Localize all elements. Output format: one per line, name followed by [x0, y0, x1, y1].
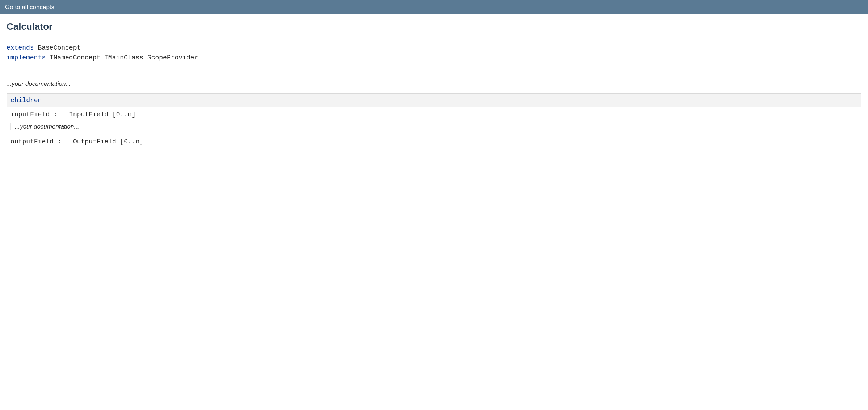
child-cardinality: [0..n]: [120, 138, 144, 145]
section-separator: [7, 74, 861, 74]
child-row-outputfield: outputField : OutputField [0..n]: [7, 134, 861, 149]
child-doc-placeholder[interactable]: ...your documentation...: [10, 123, 858, 130]
extends-line: extends BaseConcept: [7, 43, 861, 53]
concept-doc-placeholder[interactable]: ...your documentation...: [7, 80, 861, 88]
extends-target[interactable]: BaseConcept: [38, 44, 81, 51]
extends-keyword: extends: [7, 44, 34, 51]
children-table: children inputField : InputField [0..n] …: [7, 93, 861, 149]
child-name[interactable]: outputField: [10, 138, 54, 145]
child-signature: outputField : OutputField [0..n]: [10, 138, 858, 145]
child-row-inputfield: inputField : InputField [0..n] ...your d…: [7, 107, 861, 134]
implements-line: implements INamedConcept IMainClass Scop…: [7, 53, 861, 63]
child-type[interactable]: InputField: [69, 111, 108, 118]
child-sep: :: [58, 138, 62, 145]
child-cardinality: [0..n]: [112, 111, 136, 118]
concept-declaration: extends BaseConcept implements INamedCon…: [7, 43, 861, 63]
child-sep: :: [54, 111, 58, 118]
implements-keyword: implements: [7, 54, 46, 61]
top-nav-bar: Go to all concepts: [0, 0, 868, 14]
implements-targets[interactable]: INamedConcept IMainClass ScopeProvider: [50, 54, 198, 61]
back-to-concepts-link[interactable]: Go to all concepts: [5, 4, 54, 11]
child-signature: inputField : InputField [0..n]: [10, 111, 858, 118]
child-type[interactable]: OutputField: [73, 138, 116, 145]
concept-title: Calculator: [7, 21, 861, 32]
children-header: children: [7, 94, 861, 107]
content-area: Calculator extends BaseConcept implement…: [0, 14, 868, 156]
child-name[interactable]: inputField: [10, 111, 50, 118]
